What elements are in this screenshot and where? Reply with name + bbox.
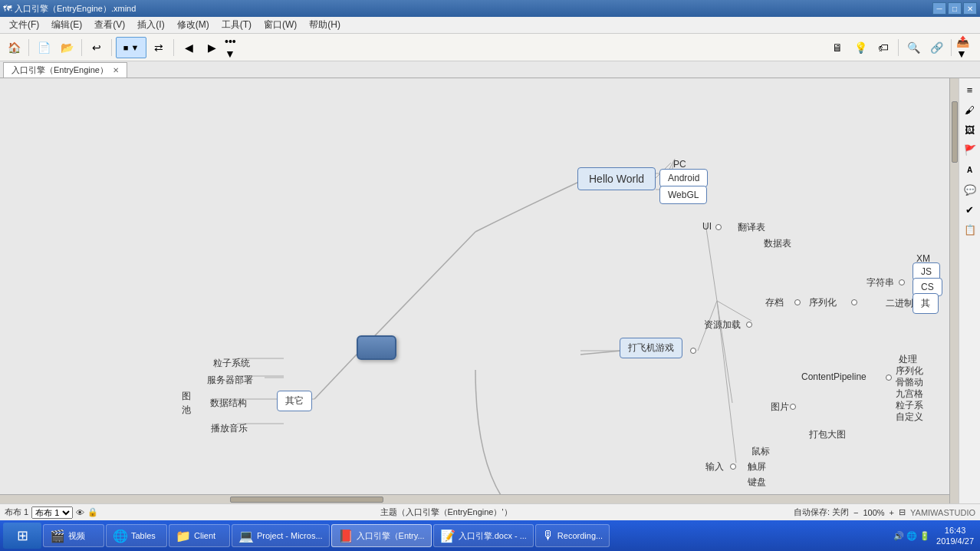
tab-main[interactable]: 入口引擎（EntryEngine） ✕ bbox=[3, 62, 127, 78]
zoom-level: 100% bbox=[863, 508, 884, 517]
statusbar-left: 布布 1 布布 1 👁 🔒 bbox=[5, 506, 98, 519]
lock-icon: 🔒 bbox=[87, 507, 98, 517]
node-pc: PC bbox=[673, 159, 686, 170]
scrollbar-horizontal[interactable] bbox=[0, 494, 959, 503]
cp-circle bbox=[886, 374, 892, 381]
taskbar-project[interactable]: 💻 Project - Micros... bbox=[232, 524, 330, 547]
taskbar-right: 🔊 🌐 🔋 16:43 2019/4/27 bbox=[893, 525, 977, 547]
taskbar: ⊞ 🎬 视频 🌐 Tables 📁 Client 💻 Project - Mic… bbox=[0, 520, 980, 551]
autosave-label: 自动保存: 关闭 bbox=[794, 506, 849, 518]
taskbar-docx[interactable]: 📝 入口引擎.docx - ... bbox=[433, 524, 534, 547]
taskbar-video[interactable]: 🎬 视频 bbox=[43, 524, 104, 547]
scrollbar-vertical[interactable] bbox=[949, 78, 959, 503]
brand-label: YAMIWASTUDIO bbox=[910, 508, 975, 517]
node-ui: UI bbox=[702, 221, 712, 232]
node-fly-game[interactable]: 打飞机游戏 bbox=[620, 338, 682, 358]
minimize-button[interactable]: ─ bbox=[932, 2, 946, 15]
theme-label: 主题（入口引擎（EntryEngine）'） bbox=[380, 506, 512, 518]
node-webgl[interactable]: WebGL bbox=[659, 186, 707, 204]
zoom-in-icon[interactable]: + bbox=[890, 508, 894, 517]
menu-window[interactable]: 窗口(W) bbox=[258, 17, 303, 33]
svg-line-19 bbox=[717, 301, 732, 403]
zoom-out-icon[interactable]: − bbox=[853, 508, 858, 517]
new-button[interactable]: 📄 bbox=[33, 37, 54, 58]
marker-button[interactable]: 🏷 bbox=[873, 37, 894, 58]
layout-button[interactable]: ⇄ bbox=[148, 37, 169, 58]
statusbar: 布布 1 布布 1 👁 🔒 主题（入口引擎（EntryEngine）'） 自动保… bbox=[0, 503, 980, 520]
nav-prev[interactable]: ◀ bbox=[178, 37, 199, 58]
start-button[interactable]: ⊞ bbox=[3, 523, 41, 549]
lightbulb-button[interactable]: 💡 bbox=[850, 37, 871, 58]
taskbar-browser[interactable]: 🌐 Tables bbox=[106, 524, 167, 547]
canvas-area[interactable]: Hello World PC Android WebGL UI 翻译表 数据表 … bbox=[0, 78, 959, 503]
node-datatable: 数据表 bbox=[764, 237, 791, 250]
node-server-deploy: 服务器部署 bbox=[207, 374, 253, 387]
sidebar-flag-icon[interactable]: 🚩 bbox=[962, 141, 978, 158]
scroll-thumb-vertical[interactable] bbox=[952, 101, 958, 163]
sidebar-paint-icon[interactable]: 🖌 bbox=[962, 101, 978, 118]
browser-icon: 🌐 bbox=[113, 529, 128, 543]
titlebar: 🗺 入口引擎（EntryEngine）.xmind ─ □ ✕ bbox=[0, 0, 980, 17]
taskbar-files[interactable]: 📁 Client bbox=[169, 524, 230, 547]
home-button[interactable]: 🏠 bbox=[3, 37, 25, 58]
video-label: 视频 bbox=[68, 530, 85, 542]
fly-game-circle bbox=[690, 348, 696, 354]
node-mouse: 鼠标 bbox=[751, 445, 770, 458]
nav-next[interactable]: ▶ bbox=[201, 37, 222, 58]
node-translate: 翻译表 bbox=[738, 221, 765, 234]
scroll-thumb-horizontal[interactable] bbox=[230, 497, 383, 503]
close-button[interactable]: ✕ bbox=[963, 2, 977, 15]
toolbar-sep-3 bbox=[111, 39, 112, 56]
sidebar-list-icon[interactable]: ≡ bbox=[962, 81, 978, 98]
tab-close-button[interactable]: ✕ bbox=[113, 66, 119, 74]
toolbar-sep-1 bbox=[28, 39, 29, 56]
node-serialize: 序列化 bbox=[809, 296, 837, 309]
menu-view[interactable]: 查看(V) bbox=[88, 17, 131, 33]
canvas-select[interactable]: 布布 1 bbox=[31, 506, 73, 519]
node-binary: 二进制 bbox=[886, 297, 913, 310]
menu-tools[interactable]: 工具(T) bbox=[215, 17, 258, 33]
sidebar-note2-icon[interactable]: 📋 bbox=[962, 221, 978, 238]
share-button[interactable]: 🔗 bbox=[926, 37, 947, 58]
style-button[interactable]: ■ ▼ bbox=[116, 37, 146, 58]
node-hello-world[interactable]: Hello World bbox=[577, 167, 656, 190]
sidebar-check-icon[interactable]: ✔ bbox=[962, 201, 978, 218]
right-sidebar: ≡ 🖌 🖼 🚩 A 💬 ✔ 📋 bbox=[959, 78, 980, 503]
browser-label: Tables bbox=[131, 531, 156, 540]
sidebar-image-icon[interactable]: 🖼 bbox=[962, 121, 978, 138]
taskbar-entry[interactable]: 📕 入口引擎（Entry... bbox=[331, 524, 432, 547]
open-button[interactable]: 📂 bbox=[56, 37, 77, 58]
undo-button[interactable]: ↩ bbox=[86, 37, 107, 58]
more-button[interactable]: ••• ▼ bbox=[224, 37, 245, 58]
node-pool: 池 bbox=[182, 404, 191, 417]
menu-insert[interactable]: 插入(I) bbox=[131, 17, 170, 33]
menu-help[interactable]: 帮助(H) bbox=[303, 17, 347, 33]
present-button[interactable]: 🖥 bbox=[827, 37, 848, 58]
files-icon: 📁 bbox=[176, 529, 191, 543]
titlebar-controls: ─ □ ✕ bbox=[932, 2, 977, 15]
node-pack-atlas: 打包大图 bbox=[809, 428, 846, 441]
node-other-node[interactable]: 其它 bbox=[277, 391, 312, 411]
zoom-in-button[interactable]: 🔍 bbox=[903, 37, 924, 58]
input-circle bbox=[730, 464, 736, 470]
main-area: Hello World PC Android WebGL UI 翻译表 数据表 … bbox=[0, 78, 980, 503]
node-android[interactable]: Android bbox=[659, 169, 708, 187]
taskbar-recording[interactable]: 🎙 Recording... bbox=[535, 524, 610, 547]
central-node[interactable] bbox=[357, 335, 396, 360]
menu-modify[interactable]: 修改(M) bbox=[171, 17, 215, 33]
node-touch: 触屏 bbox=[748, 460, 766, 473]
sidebar-notes-icon[interactable]: 💬 bbox=[962, 181, 978, 198]
node-data-struct: 数据结构 bbox=[210, 397, 247, 410]
node-string: 字符串 bbox=[867, 276, 894, 289]
start-icon: ⊞ bbox=[17, 527, 28, 544]
fit-icon[interactable]: ⊟ bbox=[899, 507, 906, 517]
node-play-music: 播放音乐 bbox=[211, 422, 248, 435]
node-other[interactable]: 其 bbox=[913, 293, 939, 314]
menu-edit[interactable]: 编辑(E) bbox=[45, 17, 88, 33]
menu-file[interactable]: 文件(F) bbox=[3, 17, 45, 33]
maximize-button[interactable]: □ bbox=[948, 2, 962, 15]
export-button[interactable]: 📤 ▼ bbox=[955, 37, 977, 58]
node-save: 存档 bbox=[765, 296, 784, 309]
sidebar-text-icon[interactable]: A bbox=[962, 161, 978, 178]
titlebar-left: 🗺 入口引擎（EntryEngine）.xmind bbox=[3, 3, 136, 15]
